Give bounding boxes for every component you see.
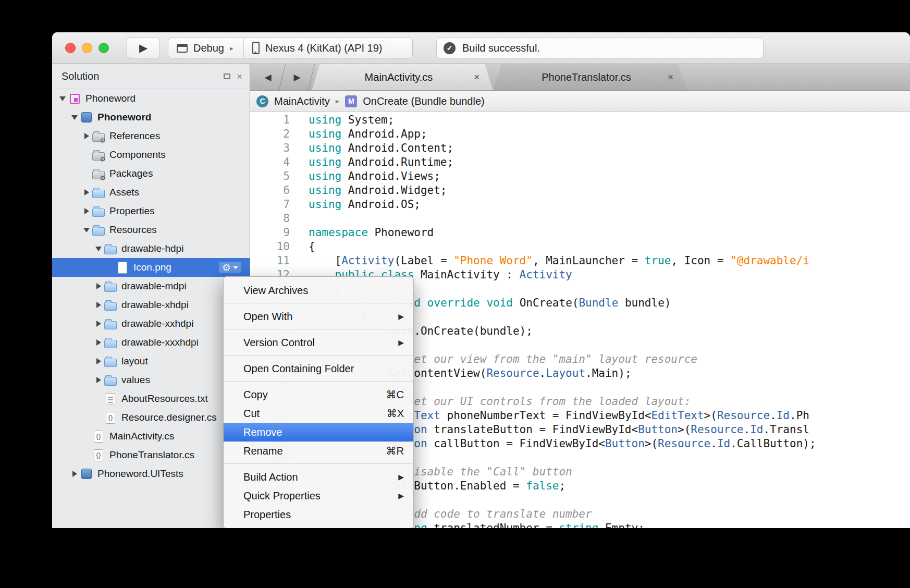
menu-item-copy[interactable]: Copy⌘C bbox=[224, 385, 413, 404]
tab-label: MainActivity.cs bbox=[365, 71, 433, 83]
disclosure-right-icon[interactable] bbox=[93, 321, 104, 327]
tree-item-label: drawable-xxxhdpi bbox=[121, 337, 199, 348]
minimize-window-button[interactable] bbox=[82, 43, 92, 53]
menu-item-quick-properties[interactable]: Quick Properties▶ bbox=[224, 486, 413, 505]
code-line: 11 [Activity(Label = "Phone Word", MainL… bbox=[250, 254, 910, 268]
tree-item-label: Resources bbox=[109, 224, 157, 236]
build-target-selector: Debug ▸ Nexus 4 (KitKat) (API 19) bbox=[168, 38, 413, 58]
folder-icon bbox=[104, 317, 117, 330]
menu-item-properties[interactable]: Properties bbox=[224, 505, 413, 524]
disclosure-right-icon[interactable] bbox=[81, 189, 92, 195]
disclosure-right-icon[interactable] bbox=[81, 133, 92, 139]
disclosure-down-icon[interactable] bbox=[81, 228, 92, 232]
dock-panel-icon[interactable] bbox=[224, 74, 230, 79]
code-text: namespace Phoneword bbox=[302, 226, 434, 240]
breadcrumb-member[interactable]: OnCreate (Bundle bundle) bbox=[363, 95, 484, 107]
code-text: using Android.OS; bbox=[302, 198, 421, 212]
tree-item-label: drawable-xhdpi bbox=[121, 299, 189, 311]
tree-item-aboutresources-txt[interactable]: AboutResources.txt bbox=[52, 389, 250, 408]
menu-item-rename[interactable]: Rename⌘R bbox=[224, 442, 413, 460]
close-window-button[interactable] bbox=[65, 43, 76, 53]
tree-item-references[interactable]: References bbox=[52, 127, 250, 145]
tree-item-mainactivity-cs[interactable]: MainActivity.cs bbox=[52, 427, 250, 446]
disclosure-right-icon[interactable] bbox=[93, 377, 104, 383]
tab-mainactivity-cs[interactable]: MainActivity.cs× bbox=[312, 64, 493, 90]
tree-item-label: MainActivity.cs bbox=[109, 431, 174, 442]
phone-icon bbox=[252, 42, 260, 54]
tree-item-resource-designer-cs[interactable]: Resource.designer.cs bbox=[52, 408, 250, 427]
menu-item-label: View Archives bbox=[243, 285, 308, 297]
menu-item-view-archives[interactable]: View Archives bbox=[224, 281, 413, 300]
tree-item-label: drawable-mdpi bbox=[121, 280, 187, 292]
tab-close-icon[interactable]: × bbox=[474, 71, 479, 83]
line-number: 4 bbox=[250, 155, 302, 169]
gear-dropdown-button[interactable]: ⚙ bbox=[219, 262, 241, 273]
tree-item-drawable-mdpi[interactable]: drawable-mdpi bbox=[52, 277, 250, 296]
menu-item-open-containing-folder[interactable]: Open Containing Folder bbox=[224, 359, 413, 378]
tree-item-phoneword-uitests[interactable]: Phoneword.UITests bbox=[52, 464, 250, 483]
tree-item-resources[interactable]: Resources bbox=[52, 220, 250, 239]
tree-item-drawable-xhdpi[interactable]: drawable-xhdpi bbox=[52, 296, 250, 314]
disclosure-right-icon[interactable] bbox=[81, 208, 92, 214]
navigate-forward-button[interactable]: ▶ bbox=[282, 64, 312, 90]
folder-icon bbox=[104, 336, 117, 349]
folder-icon bbox=[104, 354, 117, 368]
disclosure-right-icon[interactable] bbox=[93, 358, 104, 364]
tree-item-phoneword[interactable]: Phoneword bbox=[52, 108, 250, 127]
navigate-back-button[interactable]: ◀ bbox=[253, 64, 282, 90]
menu-item-label: Remove bbox=[243, 426, 282, 438]
menu-item-label: Quick Properties bbox=[243, 490, 321, 502]
tree-item-drawable-xxxhdpi[interactable]: drawable-xxxhdpi bbox=[52, 333, 250, 352]
disclosure-down-icon[interactable] bbox=[57, 96, 68, 101]
csharp-file-icon bbox=[104, 411, 117, 424]
tree-item-values[interactable]: values bbox=[52, 371, 250, 389]
tree-item-components[interactable]: Components bbox=[52, 145, 250, 164]
disclosure-down-icon[interactable] bbox=[69, 115, 80, 120]
tree-item-layout[interactable]: layout bbox=[52, 352, 250, 371]
tree-item-label: Icon.png bbox=[133, 262, 171, 273]
close-icon[interactable]: × bbox=[237, 71, 242, 81]
tree-item-label: PhoneTranslator.cs bbox=[109, 449, 194, 461]
solution-pad: Solution × PhonewordPhonewordReferencesC… bbox=[52, 64, 250, 528]
folder-icon bbox=[92, 204, 105, 218]
tree-item-assets[interactable]: Assets bbox=[52, 183, 250, 202]
line-number: 3 bbox=[250, 141, 302, 155]
disclosure-right-icon[interactable] bbox=[93, 339, 104, 346]
menu-item-build-action[interactable]: Build Action▶ bbox=[224, 468, 413, 486]
configuration-dropdown[interactable]: Debug ▸ bbox=[168, 38, 243, 58]
run-button[interactable]: ▶ bbox=[127, 38, 160, 58]
disclosure-right-icon[interactable] bbox=[93, 283, 104, 289]
menu-item-version-control[interactable]: Version Control▶ bbox=[224, 333, 413, 352]
tree-item-label: Properties bbox=[109, 205, 155, 217]
tab-label: PhoneTranslator.cs bbox=[542, 71, 631, 83]
tree-item-phoneword[interactable]: Phoneword bbox=[52, 89, 250, 108]
menu-item-open-with[interactable]: Open With▶ bbox=[224, 307, 413, 326]
menu-item-cut[interactable]: Cut⌘X bbox=[224, 404, 413, 423]
code-text bbox=[302, 212, 309, 226]
folder-icon bbox=[104, 279, 117, 293]
line-number: 6 bbox=[250, 183, 302, 198]
tree-item-label: Phoneword bbox=[97, 112, 151, 123]
code-text: using System; bbox=[302, 113, 394, 127]
tree-item-label: Assets bbox=[109, 187, 139, 198]
device-dropdown[interactable]: Nexus 4 (KitKat) (API 19) bbox=[243, 38, 412, 58]
tree-item-label: Phoneword.UITests bbox=[97, 468, 183, 480]
disclosure-right-icon[interactable] bbox=[69, 471, 80, 477]
tree-item-phonetranslator-cs[interactable]: PhoneTranslator.cs bbox=[52, 446, 250, 464]
tree-item-drawable-xxhdpi[interactable]: drawable-xxhdpi bbox=[52, 314, 250, 333]
disclosure-down-icon[interactable] bbox=[93, 247, 104, 251]
tree-item-packages[interactable]: Packages bbox=[52, 164, 250, 183]
tab-phonetranslator-cs[interactable]: PhoneTranslator.cs× bbox=[493, 64, 687, 90]
tree-item-properties[interactable]: Properties bbox=[52, 202, 250, 220]
window-icon bbox=[177, 44, 188, 53]
disclosure-right-icon[interactable] bbox=[93, 302, 104, 308]
line-number: 9 bbox=[250, 226, 302, 240]
code-text: using Android.Widget; bbox=[302, 183, 447, 198]
tab-close-icon[interactable]: × bbox=[668, 71, 673, 83]
zoom-window-button[interactable] bbox=[99, 43, 109, 53]
breadcrumb-class[interactable]: MainActivity bbox=[274, 95, 330, 107]
class-icon: C bbox=[256, 95, 268, 107]
menu-item-remove[interactable]: Remove bbox=[224, 423, 413, 442]
tree-item-drawable-hdpi[interactable]: drawable-hdpi bbox=[52, 239, 250, 258]
tree-item-icon-png[interactable]: Icon.png⚙ bbox=[52, 258, 250, 277]
